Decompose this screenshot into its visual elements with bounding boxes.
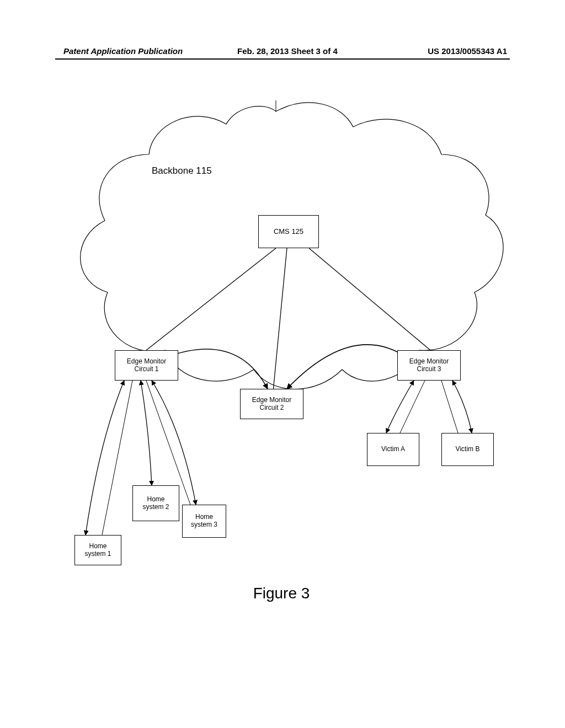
line-cms-edge1 — [146, 248, 276, 350]
line-cms-edge2 — [273, 248, 287, 392]
line-edge1-home1 — [102, 381, 132, 535]
edge-monitor-1-box: Edge Monitor Circuit 1 — [115, 350, 178, 381]
header-left: Patent Application Publication — [63, 46, 183, 56]
header-rule — [55, 58, 510, 60]
home-system-3-box: Home system 3 — [182, 505, 226, 538]
arc-edge1-home2 — [141, 381, 152, 485]
header-right: US 2013/0055343 A1 — [428, 46, 507, 56]
diagram-canvas: Backbone 115 CMS 125 Edge Monitor Circui… — [55, 99, 508, 618]
backbone-label: Backbone 115 — [152, 165, 212, 176]
victim-b-box: Victim B — [441, 433, 494, 466]
edge-monitor-2-box: Edge Monitor Circuit 2 — [240, 389, 303, 419]
arc-edge1-edge2 — [166, 349, 268, 389]
page-header: Patent Application Publication Feb. 28, … — [0, 46, 565, 57]
figure-caption: Figure 3 — [55, 585, 508, 602]
cms-box: CMS 125 — [258, 215, 319, 248]
edge-monitor-3-box: Edge Monitor Circuit 3 — [397, 350, 461, 381]
home-system-2-box: Home system 2 — [132, 485, 179, 521]
header-center: Feb. 28, 2013 Sheet 3 of 4 — [237, 46, 338, 56]
line-cms-edge3 — [309, 248, 430, 350]
arc-edge3-victimA — [386, 381, 414, 433]
victim-a-box: Victim A — [367, 433, 419, 466]
line-edge3-victimA — [400, 381, 425, 433]
arc-edge2-edge3 — [287, 345, 408, 389]
home-system-1-box: Home system 1 — [74, 535, 121, 565]
line-edge3-victimB — [441, 381, 458, 433]
arc-edge1-home1 — [86, 381, 124, 535]
